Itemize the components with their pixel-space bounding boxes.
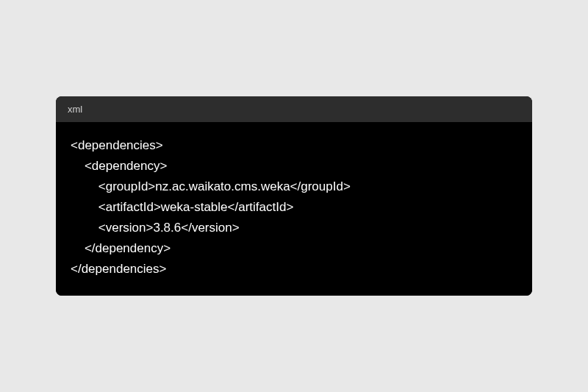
code-line: <artifactId>weka-stable</artifactId> (71, 197, 517, 218)
code-line: <dependency> (71, 156, 517, 177)
code-body[interactable]: <dependencies> <dependency> <groupId>nz.… (56, 122, 532, 296)
code-line: <dependencies> (71, 135, 517, 156)
code-header: xml (56, 96, 532, 122)
code-line: <version>3.8.6</version> (71, 218, 517, 238)
code-line: </dependency> (71, 238, 517, 259)
code-language-label: xml (68, 104, 82, 115)
code-line: </dependencies> (71, 259, 517, 279)
code-block: xml <dependencies> <dependency> <groupId… (56, 96, 532, 296)
code-line: <groupId>nz.ac.waikato.cms.weka</groupId… (71, 177, 517, 197)
